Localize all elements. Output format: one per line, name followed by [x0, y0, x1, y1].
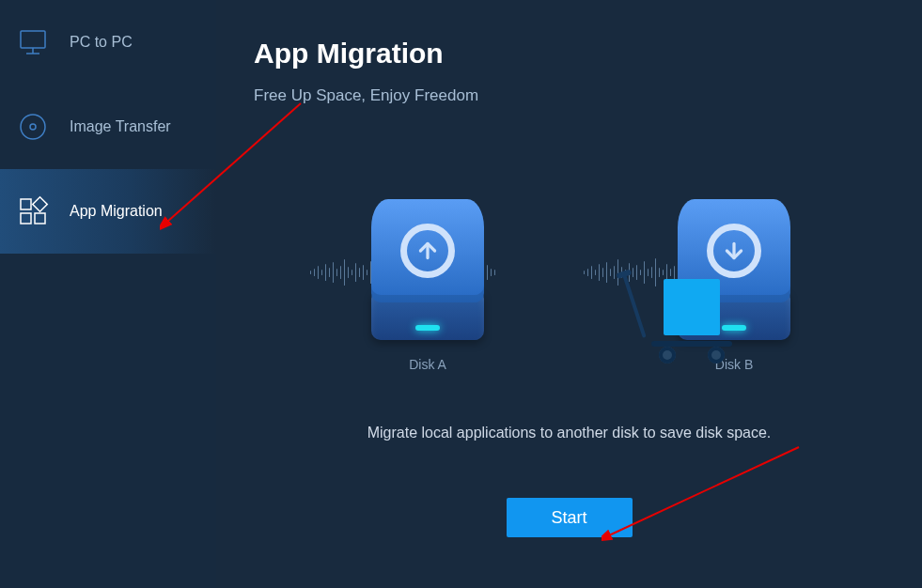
- sidebar-item-label: App Migration: [70, 203, 163, 220]
- page-title: App Migration: [254, 38, 922, 70]
- dolly-cart-icon: [649, 279, 734, 364]
- disc-icon: [17, 111, 49, 143]
- svg-point-4: [30, 124, 36, 130]
- page-subtitle: Free Up Space, Enjoy Freedom: [254, 86, 922, 105]
- arrow-up-icon: [400, 224, 455, 278]
- sidebar-item-pc-to-pc[interactable]: PC to PC: [0, 0, 216, 85]
- description-text: Migrate local applications to another di…: [254, 425, 884, 441]
- svg-point-3: [21, 115, 45, 139]
- sidebar: PC to PC Image Transfer App Migration: [0, 0, 216, 588]
- svg-rect-0: [21, 31, 45, 48]
- svg-rect-5: [21, 199, 31, 209]
- apps-icon: [17, 195, 49, 227]
- svg-rect-7: [35, 213, 45, 224]
- disk-a-label: Disk A: [371, 357, 484, 372]
- svg-rect-6: [21, 213, 31, 224]
- sidebar-item-app-migration[interactable]: App Migration: [0, 169, 216, 254]
- sidebar-item-image-transfer[interactable]: Image Transfer: [0, 85, 216, 169]
- sidebar-item-label: Image Transfer: [70, 118, 171, 135]
- start-button[interactable]: Start: [507, 498, 633, 537]
- main-panel: App Migration Free Up Space, Enjoy Freed…: [216, 0, 922, 588]
- disk-a: Disk A: [371, 199, 484, 372]
- migration-illustration: Disk A Disk B: [254, 199, 922, 368]
- sidebar-item-label: PC to PC: [70, 34, 133, 51]
- monitor-icon: [17, 26, 49, 58]
- arrow-down-icon: [707, 224, 761, 278]
- svg-rect-8: [33, 197, 48, 212]
